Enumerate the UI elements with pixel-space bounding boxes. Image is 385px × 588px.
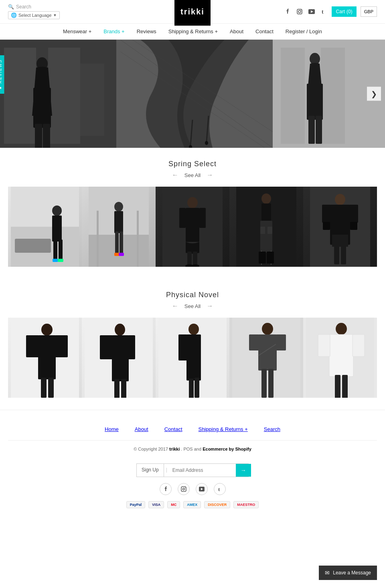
product-image <box>229 187 303 267</box>
footer-nav-contact[interactable]: Contact <box>164 426 182 432</box>
cart-label: Cart <box>336 9 345 14</box>
nav-about[interactable]: About <box>230 28 243 34</box>
footer-nav-shipping[interactable]: Shipping & Returns + <box>199 426 248 432</box>
spring-select-prev[interactable]: ← <box>172 171 178 179</box>
nav-brands[interactable]: Brands + <box>103 28 124 34</box>
svg-point-62 <box>261 193 271 204</box>
youtube-icon[interactable] <box>308 8 316 16</box>
product-item[interactable] <box>82 187 156 267</box>
social-icons: t <box>284 8 328 16</box>
product-image <box>82 318 156 398</box>
svg-rect-40 <box>53 259 58 262</box>
product-item[interactable] <box>156 318 229 398</box>
svg-rect-115 <box>342 375 348 398</box>
currency-button[interactable]: GBP <box>361 6 377 17</box>
footer-brand-link[interactable]: trikki <box>169 447 180 451</box>
footer-instagram-icon[interactable] <box>178 483 190 495</box>
footer-shopify-link[interactable]: Ecommerce by Shopify <box>203 447 251 451</box>
svg-rect-45 <box>137 211 139 267</box>
signup-button[interactable]: → <box>236 464 251 477</box>
facebook-icon[interactable] <box>284 8 292 16</box>
svg-rect-108 <box>268 369 274 398</box>
language-selector[interactable]: 🌐 Select Language ▼ <box>8 11 60 19</box>
svg-point-118 <box>184 487 185 488</box>
payment-mastercard: MC <box>167 501 180 508</box>
footer-nav-home[interactable]: Home <box>105 426 119 432</box>
product-image <box>156 318 229 398</box>
footer-nav-search[interactable]: Search <box>264 426 280 432</box>
svg-rect-56 <box>199 208 206 228</box>
nav-reviews[interactable]: Reviews <box>137 28 156 34</box>
svg-point-1 <box>298 10 301 13</box>
svg-rect-75 <box>322 205 331 223</box>
svg-rect-39 <box>59 240 63 260</box>
svg-rect-103 <box>258 334 277 371</box>
lang-label: Select Language <box>18 13 52 18</box>
footer-facebook-icon[interactable] <box>160 483 172 495</box>
svg-point-46 <box>114 202 123 211</box>
svg-point-36 <box>52 205 62 216</box>
nav-shipping[interactable]: Shipping & Returns + <box>168 28 218 34</box>
search-bar[interactable]: 🔍 Search <box>8 4 60 10</box>
svg-point-53 <box>187 197 198 208</box>
svg-rect-14 <box>35 124 42 148</box>
hero-next-button[interactable]: ❯ <box>367 87 381 101</box>
header-right: t Cart (0) GBP <box>284 6 377 17</box>
svg-rect-64 <box>260 221 272 253</box>
cart-count: (0) <box>346 9 353 14</box>
svg-point-72 <box>335 194 345 205</box>
site-logo[interactable]: trikki <box>174 0 211 26</box>
spring-select-next[interactable]: → <box>207 171 213 179</box>
svg-rect-111 <box>329 334 353 377</box>
product-item[interactable] <box>8 187 82 267</box>
physical-novel-see-all[interactable]: See All <box>184 303 201 309</box>
svg-point-25 <box>205 141 208 145</box>
svg-rect-63 <box>261 203 271 222</box>
footer-nav-about[interactable]: About <box>135 426 148 432</box>
spring-select-title: Spring Select <box>8 160 377 168</box>
logo-text: trikki <box>180 7 205 16</box>
product-item[interactable] <box>229 318 303 398</box>
nav-menswear[interactable]: Menswear + <box>63 28 91 34</box>
physical-novel-next[interactable]: → <box>207 302 213 310</box>
tumblr-icon[interactable]: t <box>320 8 328 16</box>
nav-register[interactable]: Register / Login <box>286 28 322 34</box>
svg-rect-57 <box>187 252 192 266</box>
svg-rect-0 <box>297 9 302 14</box>
product-item[interactable] <box>8 318 82 398</box>
nav-contact[interactable]: Contact <box>255 28 274 34</box>
cart-button[interactable]: Cart (0) <box>332 6 356 17</box>
svg-rect-32 <box>316 116 322 144</box>
svg-rect-83 <box>38 335 56 379</box>
payment-visa: VISA <box>148 501 164 508</box>
product-item[interactable] <box>156 187 229 267</box>
svg-point-117 <box>182 488 184 490</box>
svg-rect-51 <box>119 253 124 256</box>
product-item[interactable] <box>82 318 156 398</box>
svg-point-110 <box>336 323 347 335</box>
payment-paypal: PayPal <box>126 501 146 508</box>
physical-novel-prev[interactable]: ← <box>172 302 178 310</box>
spring-select-see-all[interactable]: See All <box>184 172 201 178</box>
svg-point-96 <box>188 324 199 335</box>
instagram-icon[interactable] <box>296 8 304 16</box>
product-image <box>303 318 377 398</box>
footer-tumblr-icon[interactable]: t <box>214 483 226 495</box>
footer-payment-methods: PayPal VISA MC AMEX DISCOVER MAESTRO <box>8 501 377 508</box>
reviews-tab[interactable]: ★ REVIEWS <box>0 55 4 94</box>
product-item[interactable] <box>229 187 303 267</box>
svg-rect-47 <box>114 211 123 233</box>
physical-novel-section: Physical Novel ← See All → <box>0 279 385 410</box>
payment-discover: DISCOVER <box>204 501 230 508</box>
svg-rect-78 <box>350 222 357 230</box>
spring-select-grid <box>8 187 377 267</box>
footer-social: t <box>8 483 377 495</box>
signup-form: Sign Up | → <box>136 463 249 477</box>
product-item[interactable] <box>303 318 377 398</box>
product-item[interactable] <box>303 187 377 267</box>
email-input[interactable] <box>169 464 236 477</box>
svg-rect-49 <box>120 232 123 254</box>
svg-point-82 <box>41 324 53 336</box>
footer-youtube-icon[interactable] <box>196 483 208 495</box>
svg-rect-92 <box>128 335 135 359</box>
